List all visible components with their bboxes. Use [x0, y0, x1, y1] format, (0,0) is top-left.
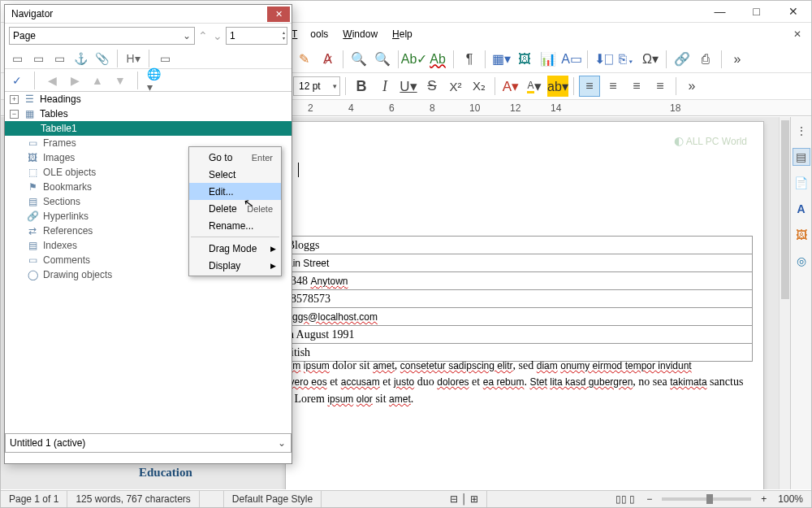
- status-view-icon[interactable]: ⊟ │ ⊞: [442, 491, 486, 507]
- status-zoom[interactable]: 100%: [770, 491, 811, 507]
- align-justify-button[interactable]: ≡: [650, 76, 671, 97]
- zoom-handle[interactable]: [706, 494, 713, 504]
- active-document-dropdown[interactable]: Untitled 1 (active): [5, 433, 292, 453]
- ctx-goto[interactable]: Go toEnter: [189, 149, 281, 166]
- nav-prev-icon[interactable]: ⌃: [197, 29, 209, 42]
- table-cell[interactable]: bloggs@localhost.com: [274, 308, 753, 326]
- table-cell[interactable]: 58348 Anytown: [274, 272, 753, 290]
- page[interactable]: ◐ ALL PC World e Bloggs Main Street 5834…: [285, 121, 764, 489]
- italic-button[interactable]: I: [374, 76, 395, 97]
- tree-tabelle1[interactable]: Tabelle1: [5, 121, 292, 136]
- tree-tables[interactable]: −▦Tables: [5, 106, 292, 121]
- superscript-button[interactable]: X²: [445, 76, 466, 97]
- table-cell[interactable]: e Bloggs: [274, 237, 753, 254]
- ctx-delete[interactable]: DeleteDelete: [189, 200, 281, 217]
- styles-panel-icon[interactable]: A: [793, 200, 810, 218]
- drag-mode-icon[interactable]: 🌐▾: [147, 72, 163, 89]
- hyperlinks-icon: 🔗: [26, 211, 39, 222]
- move-down-icon[interactable]: ▼: [112, 72, 128, 89]
- insert-table-icon[interactable]: ▦▾: [490, 49, 512, 70]
- insert-image-icon[interactable]: 🖼: [514, 49, 535, 70]
- more-format-icon[interactable]: »: [681, 76, 702, 97]
- header-icon[interactable]: ▭: [30, 50, 46, 67]
- status-pagestyle[interactable]: Default Page Style: [224, 491, 322, 507]
- content-view-icon[interactable]: ▭: [9, 50, 25, 67]
- subscript-button[interactable]: X₂: [469, 76, 490, 97]
- sidebar-settings-icon[interactable]: ⋮: [793, 122, 810, 140]
- find-replace-icon[interactable]: 🔍: [372, 49, 393, 70]
- brush-icon[interactable]: ✎: [293, 49, 314, 70]
- strike-button[interactable]: S: [421, 76, 443, 97]
- find-icon[interactable]: 🔍: [348, 49, 369, 70]
- maximize-button[interactable]: □: [738, 1, 775, 23]
- navigator-panel-icon[interactable]: ◎: [793, 252, 810, 270]
- table-cell[interactable]: Main Street: [274, 254, 753, 272]
- page-number-spinner[interactable]: 1: [226, 27, 287, 45]
- zoom-out-button[interactable]: −: [643, 493, 655, 505]
- fontsize-dropdown[interactable]: 12 pt: [293, 76, 340, 96]
- move-up-icon[interactable]: ▲: [89, 72, 106, 89]
- status-page[interactable]: Page 1 of 1: [1, 491, 67, 507]
- vertical-scrollbar[interactable]: [779, 117, 790, 489]
- anchor-icon[interactable]: ⚓: [72, 50, 89, 67]
- navigation-mode-dropdown[interactable]: Page: [9, 27, 195, 45]
- text-cursor: [298, 163, 299, 177]
- navigator-close-button[interactable]: ✕: [267, 7, 290, 22]
- insert-textbox-icon[interactable]: A▭: [561, 49, 582, 70]
- page-break-icon[interactable]: ⬇⎕: [593, 49, 614, 70]
- special-char-icon[interactable]: Ω▾: [640, 49, 661, 70]
- ctx-rename[interactable]: Rename...: [189, 217, 281, 234]
- properties-panel-icon[interactable]: ▤: [793, 148, 810, 166]
- ctx-select[interactable]: Select: [189, 166, 281, 183]
- scrollbar-thumb[interactable]: [781, 120, 789, 299]
- align-left-button[interactable]: ≡: [579, 76, 600, 97]
- ctx-edit[interactable]: Edit...: [189, 183, 281, 200]
- promote-icon[interactable]: ◀: [44, 72, 60, 89]
- listbox-icon[interactable]: ▭: [157, 50, 173, 67]
- navigator-title: Navigator: [11, 8, 267, 20]
- ctx-display[interactable]: Display▶: [189, 257, 281, 274]
- formatting-marks-icon[interactable]: ¶: [459, 49, 480, 70]
- heading-levels-icon[interactable]: H▾: [125, 50, 141, 67]
- align-center-button[interactable]: ≡: [603, 76, 624, 97]
- table-cell[interactable]: 208578573: [274, 290, 753, 308]
- menu-help[interactable]: Help: [386, 25, 419, 43]
- more-icon[interactable]: »: [727, 49, 748, 70]
- bold-button[interactable]: B: [351, 76, 372, 97]
- document-table[interactable]: e Bloggs Main Street 58348 Anytown 20857…: [274, 236, 753, 362]
- reminder-icon[interactable]: 📎: [93, 50, 110, 67]
- highlight-button[interactable]: ab▾: [547, 76, 568, 97]
- font-color-button[interactable]: A▾: [500, 76, 521, 97]
- zoom-in-button[interactable]: +: [758, 493, 770, 505]
- status-book-icon[interactable]: ▯▯ ▯: [607, 491, 643, 507]
- underline-button[interactable]: U▾: [398, 76, 419, 97]
- hyperlink-icon[interactable]: 🔗: [672, 49, 693, 70]
- status-wordcount[interactable]: 125 words, 767 characters: [67, 491, 199, 507]
- tree-headings[interactable]: +☰Headings: [5, 92, 292, 106]
- demote-icon[interactable]: ▶: [67, 72, 83, 89]
- footnote-icon[interactable]: ⎙: [695, 49, 716, 70]
- gallery-panel-icon[interactable]: 🖼: [793, 226, 810, 244]
- table-cell[interactable]: 5th August 1991: [274, 326, 753, 344]
- align-right-button[interactable]: ≡: [626, 76, 647, 97]
- toggle-master-icon[interactable]: ✓: [9, 72, 25, 89]
- page-panel-icon[interactable]: 📄: [793, 174, 810, 192]
- menu-tools[interactable]: Tools: [285, 25, 335, 43]
- insert-chart-icon[interactable]: 📊: [538, 49, 559, 70]
- navigator-titlebar[interactable]: Navigator ✕: [5, 5, 292, 24]
- zoom-slider[interactable]: [662, 497, 751, 501]
- paragraph[interactable]: orem ipsum dolor sit amet, consetetur sa…: [279, 358, 749, 407]
- menu-window[interactable]: Window: [336, 25, 384, 43]
- ctx-dragmode[interactable]: Drag Mode▶: [189, 240, 281, 257]
- footer-icon[interactable]: ▭: [51, 50, 67, 67]
- ole-icon: ⬚: [26, 167, 39, 178]
- autospell-icon[interactable]: Ab: [427, 49, 448, 70]
- minimize-button[interactable]: —: [702, 1, 738, 23]
- menu-close-doc[interactable]: ✕: [787, 25, 811, 43]
- nav-next-icon[interactable]: ⌄: [211, 29, 224, 42]
- char-highlight-button[interactable]: A▾: [524, 76, 545, 97]
- clear-format-icon[interactable]: A̷: [317, 49, 338, 70]
- insert-field-icon[interactable]: ⎘▾: [616, 49, 637, 70]
- close-button[interactable]: ✕: [775, 1, 811, 23]
- spellcheck-icon[interactable]: Ab✓: [404, 49, 425, 70]
